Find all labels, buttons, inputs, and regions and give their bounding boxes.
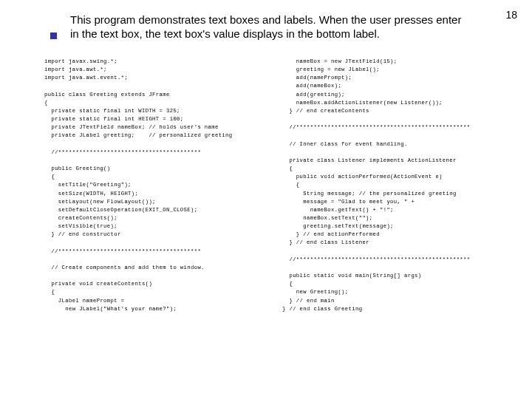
page-number: 18 [505, 9, 517, 21]
bullet-icon [50, 33, 57, 39]
slide: 18 This program demonstrates text boxes … [0, 0, 532, 399]
code-right-column: nameBox = new JTextField(15); greeting =… [282, 58, 510, 392]
slide-title: This program demonstrates text boxes and… [70, 13, 473, 41]
code-left-column: import javax.swing.*; import java.awt.*;… [44, 58, 272, 392]
code-area: import javax.swing.*; import java.awt.*;… [44, 58, 510, 392]
